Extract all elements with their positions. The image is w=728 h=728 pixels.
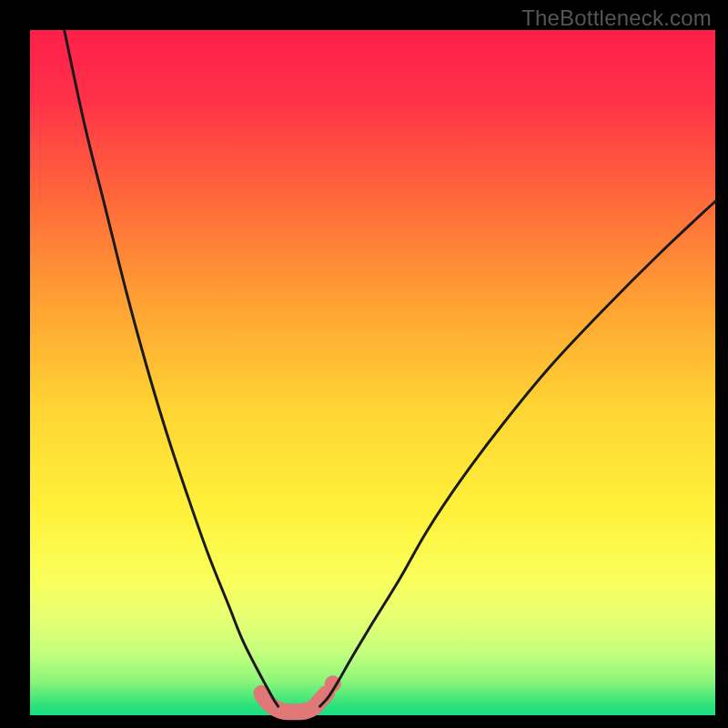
bottleneck-curve-chart [0,0,728,728]
gradient-background [30,30,715,715]
chart-frame: TheBottleneck.com [0,0,728,728]
